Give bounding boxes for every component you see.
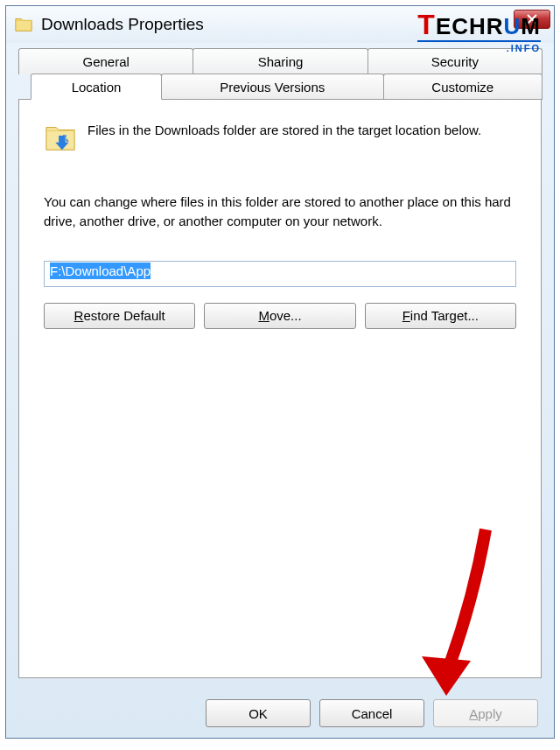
intro-row: Files in the Downloads folder are stored… bbox=[44, 121, 516, 154]
apply-button[interactable]: Apply bbox=[433, 699, 538, 727]
techrum-logo: TECHRUM .INFO bbox=[417, 11, 541, 53]
tab-customize[interactable]: Customize bbox=[383, 74, 542, 100]
tab-general[interactable]: General bbox=[18, 48, 193, 74]
tab-location[interactable]: Location bbox=[31, 74, 162, 100]
logo-subtext: .INFO bbox=[417, 40, 541, 53]
ok-button[interactable]: OK bbox=[206, 699, 311, 727]
properties-window: Downloads Properties General Sharing Sec… bbox=[5, 5, 555, 739]
location-path-input[interactable]: F:\Download\App bbox=[44, 261, 516, 287]
hint-text: You can change where files in this folde… bbox=[44, 193, 516, 231]
tab-previous-versions[interactable]: Previous Versions bbox=[161, 74, 384, 100]
path-value: F:\Download\App bbox=[50, 263, 150, 279]
dialog-footer: OK Cancel Apply bbox=[6, 689, 554, 738]
move-button[interactable]: Move... bbox=[204, 303, 355, 329]
tab-strip: General Sharing Security Location Previo… bbox=[18, 48, 542, 678]
location-buttons: Restore Default Move... Find Target... bbox=[44, 303, 516, 329]
location-panel: Files in the Downloads folder are stored… bbox=[18, 99, 542, 678]
find-target-button[interactable]: Find Target... bbox=[365, 303, 516, 329]
window-title: Downloads Properties bbox=[41, 15, 204, 34]
tab-sharing[interactable]: Sharing bbox=[192, 48, 368, 74]
downloads-folder-icon bbox=[44, 121, 77, 154]
intro-text: Files in the Downloads folder are stored… bbox=[88, 121, 481, 154]
folder-icon bbox=[13, 14, 34, 35]
restore-default-button[interactable]: Restore Default bbox=[44, 303, 195, 329]
cancel-button[interactable]: Cancel bbox=[319, 699, 424, 727]
